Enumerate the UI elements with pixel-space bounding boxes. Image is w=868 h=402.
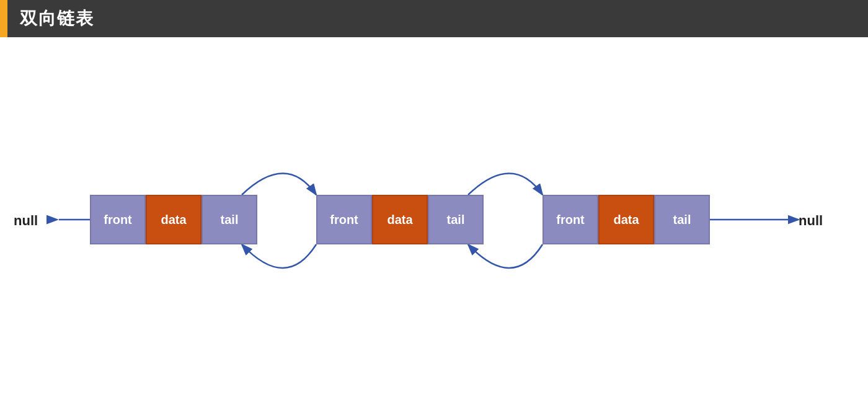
null-left: null [14, 213, 38, 229]
node-2-tail: tail [428, 195, 484, 244]
node-3-front: front [542, 195, 598, 244]
node-1: front data tail [90, 195, 257, 244]
node-3-data: data [598, 195, 654, 244]
header-accent [0, 0, 7, 37]
node-3: front data tail [542, 195, 710, 244]
node-2-data: data [372, 195, 428, 244]
node-2-front: front [316, 195, 372, 244]
main-content: front data tail front data tail front da… [0, 37, 868, 402]
header-title: 双向链表 [7, 7, 94, 30]
node-1-tail: tail [202, 195, 257, 244]
node-3-tail: tail [654, 195, 710, 244]
node-2: front data tail [316, 195, 484, 244]
header: 双向链表 [0, 0, 868, 37]
null-right: null [799, 213, 823, 229]
node-1-data: data [146, 195, 202, 244]
node-1-front: front [90, 195, 146, 244]
